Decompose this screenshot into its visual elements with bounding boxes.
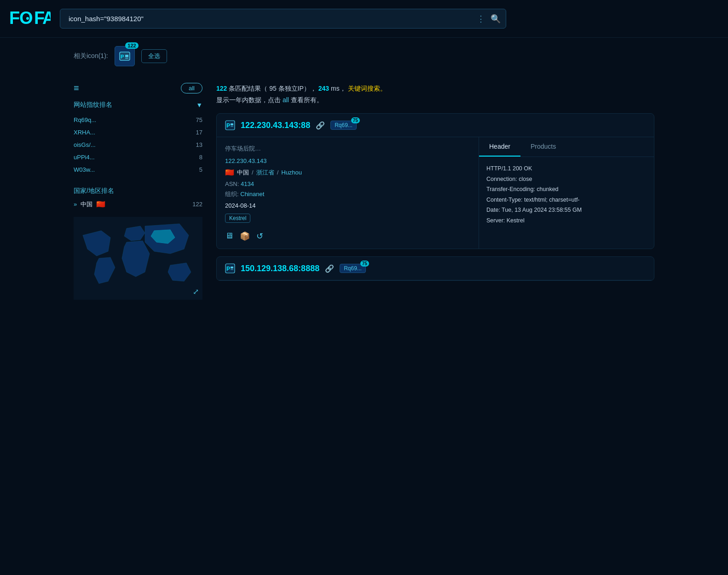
- svg-rect-18: [231, 269, 233, 270]
- card-body-1: 停车场后院… 122.230.43.143 🇨🇳 中国 / 浙江省 / Huzh…: [217, 137, 654, 249]
- tag-badge-1: 75: [351, 117, 360, 123]
- header-content-1: HTTP/1.1 200 OK Connection: close Transf…: [479, 157, 654, 232]
- card-tag-2[interactable]: Rq69... 75: [340, 264, 366, 273]
- select-all-button[interactable]: 全选: [141, 49, 167, 63]
- content-type: Content-Type: text/html; charset=utf-: [486, 195, 647, 205]
- icon-thumb-wrapper: 122 P: [115, 46, 135, 66]
- website-ranking-items: Rq69q...75XRHA...17oisGs/...13uPPi4...8W…: [74, 114, 202, 176]
- results-summary: 122 条匹配结果（ 95 条独立IP）， 243 ms， 关键词搜索。 显示一…: [216, 83, 654, 106]
- ranking-item[interactable]: uPPi4...8: [74, 151, 202, 163]
- icon-section-label: 相关icon(1):: [74, 52, 108, 60]
- tab-products-1[interactable]: Products: [520, 137, 566, 157]
- card-link-icon-2[interactable]: 🔗: [325, 264, 334, 273]
- card-date-1: 2024-08-14: [225, 202, 470, 209]
- connection: Connection: close: [486, 174, 647, 185]
- card-header-1: P 122.230.43.143:88 🔗 Rq69... 75: [217, 114, 654, 137]
- world-map: ⤢: [74, 217, 202, 300]
- card-link-icon-1[interactable]: 🔗: [316, 121, 325, 130]
- org-value-1[interactable]: Chinanet: [240, 191, 264, 197]
- result-card-2: P 150.129.138.68:8888 🔗 Rq69... 75: [216, 256, 654, 281]
- card-country-1: 中国: [237, 168, 249, 177]
- ip-count: 95: [269, 85, 277, 92]
- icon-thumbnail[interactable]: P: [115, 46, 135, 66]
- svg-rect-8: [125, 55, 128, 57]
- card-ip-2[interactable]: 150.129.138.68:8888: [241, 264, 319, 273]
- ms-count: 243: [318, 85, 329, 92]
- p-icon-1: P: [225, 120, 235, 130]
- card-city-1[interactable]: Huzhou: [281, 169, 302, 176]
- svg-rect-14: [231, 126, 233, 127]
- display-text: 显示一年内数据，点击: [216, 96, 281, 104]
- svg-text:P: P: [226, 122, 230, 129]
- ranking-filter-icon[interactable]: ▼: [196, 101, 202, 109]
- website-ranking-title: 网站指纹排名 ▼: [74, 101, 202, 109]
- results-count: 122: [216, 85, 227, 92]
- result-card-1: P 122.230.43.143:88 🔗 Rq69... 75 停车场后院… …: [216, 113, 654, 249]
- card-ip-1[interactable]: 122.230.43.143:88: [241, 121, 310, 130]
- icon-badge: 122: [125, 42, 138, 49]
- tag-badge-2: 75: [360, 261, 369, 267]
- ranking-item[interactable]: oisGs/...13: [74, 139, 202, 151]
- card-tabs-1: Header Products: [479, 137, 654, 157]
- date: Date: Tue, 13 Aug 2024 23:58:55 GM: [486, 205, 647, 215]
- svg-rect-13: [231, 123, 233, 125]
- http-status: HTTP/1.1 200 OK: [486, 163, 647, 174]
- svg-point-3: [26, 17, 29, 20]
- tab-header-1[interactable]: Header: [479, 137, 520, 157]
- search-icon[interactable]: 🔍: [491, 14, 501, 24]
- view-all-link[interactable]: all: [283, 96, 289, 104]
- main-content: ≡ all 网站指纹排名 ▼ Rq69q...75XRHA...17oisGs/…: [0, 75, 728, 308]
- all-filter-button[interactable]: all: [181, 83, 202, 93]
- kestrel-tag-1[interactable]: Kestrel: [225, 214, 250, 223]
- card-asn-1: ASN: 4134: [225, 180, 470, 187]
- logo: F O F A: [9, 6, 51, 31]
- svg-rect-9: [125, 58, 128, 59]
- svg-text:P: P: [226, 266, 230, 272]
- card-location-1: 🇨🇳 中国 / 浙江省 / Huzhou: [225, 168, 470, 177]
- flag-cn-1: 🇨🇳: [225, 168, 234, 177]
- svg-text:A: A: [42, 8, 51, 28]
- card-actions-1: 🖥 📦 ↺: [225, 231, 470, 241]
- country-ranking-section: 国家/地区排名 »中国🇨🇳122: [74, 187, 202, 209]
- card-ip-link-1[interactable]: 122.230.43.143: [225, 157, 470, 164]
- header: F O F A ⋮ 🔍: [0, 0, 728, 38]
- filter-bar: ≡ all: [74, 83, 202, 93]
- country-ranking-title: 国家/地区排名: [74, 187, 202, 195]
- cube-icon-1[interactable]: 📦: [240, 231, 250, 241]
- keyword-search-link[interactable]: 关键词搜索。: [348, 85, 387, 92]
- view-all-text: 查看所有。: [291, 96, 323, 104]
- expand-map-icon[interactable]: ⤢: [193, 287, 199, 296]
- ip-text: 条独立IP），: [278, 85, 317, 92]
- left-panel: ≡ all 网站指纹排名 ▼ Rq69q...75XRHA...17oisGs/…: [74, 83, 202, 300]
- card-org-1: 组织: Chinanet: [225, 190, 470, 198]
- card-tag-1[interactable]: Rq69... 75: [330, 121, 357, 130]
- code-icon-1[interactable]: 🖥: [225, 231, 233, 241]
- card-header-2: P 150.129.138.68:8888 🔗 Rq69... 75: [217, 257, 654, 280]
- ms-text: ms，: [331, 85, 346, 92]
- asn-value-1[interactable]: 4134: [241, 180, 254, 187]
- transfer-encoding: Transfer-Encoding: chunked: [486, 184, 647, 195]
- refresh-icon-1[interactable]: ↺: [256, 231, 263, 241]
- filter-icon[interactable]: ≡: [74, 83, 79, 93]
- ranking-item[interactable]: W03w...5: [74, 163, 202, 176]
- card-info-1: 停车场后院… 122.230.43.143 🇨🇳 中国 / 浙江省 / Huzh…: [217, 137, 479, 249]
- search-input[interactable]: [60, 9, 506, 29]
- svg-rect-17: [231, 267, 233, 268]
- p-icon-2: P: [225, 263, 235, 273]
- right-panel: 122 条匹配结果（ 95 条独立IP）， 243 ms， 关键词搜索。 显示一…: [216, 83, 654, 300]
- svg-text:P: P: [121, 54, 124, 59]
- search-bar-wrapper: ⋮ 🔍: [60, 9, 506, 29]
- country-ranking-items: »中国🇨🇳122: [74, 200, 202, 209]
- summary-text: 条匹配结果（: [229, 85, 267, 92]
- expand-arrow: »: [74, 201, 77, 208]
- more-options-icon[interactable]: ⋮: [477, 14, 485, 24]
- website-ranking-section: 网站指纹排名 ▼ Rq69q...75XRHA...17oisGs/...13u…: [74, 101, 202, 176]
- ranking-item[interactable]: Rq69q...75: [74, 114, 202, 126]
- ranking-item[interactable]: XRHA...17: [74, 126, 202, 139]
- card-region-1[interactable]: 浙江省: [256, 168, 274, 177]
- card-details-1: Header Products HTTP/1.1 200 OK Connecti…: [479, 137, 654, 249]
- country-item[interactable]: »中国🇨🇳122: [74, 200, 202, 209]
- card-title-1: 停车场后院…: [225, 145, 470, 153]
- icon-section: 相关icon(1): 122 P 全选: [0, 38, 728, 75]
- server: Server: Kestrel: [486, 215, 647, 226]
